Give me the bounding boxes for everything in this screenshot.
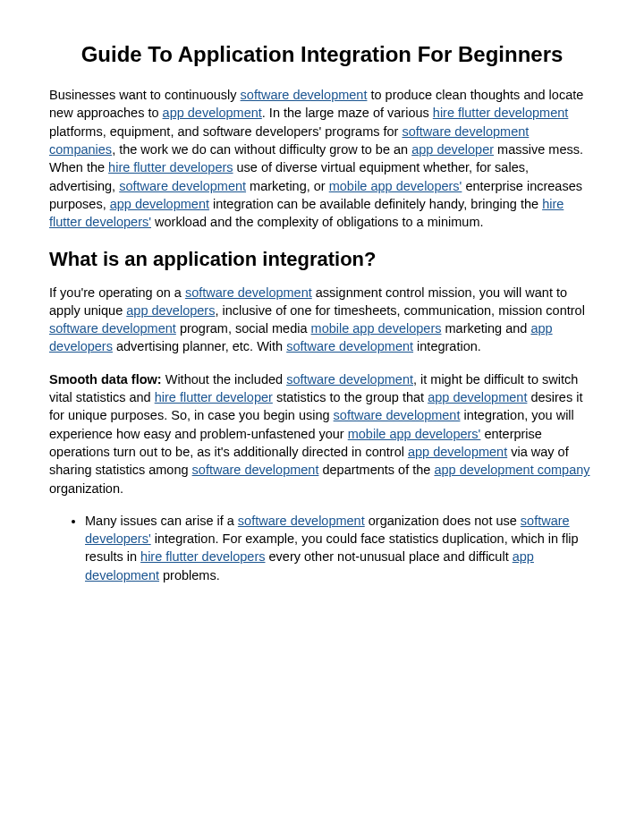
text: program, social media [176,321,311,336]
text: problems. [159,568,220,582]
text: Without the included [162,372,286,387]
text: Many issues can arise if a [85,514,238,528]
text: statistics to the group that [273,390,428,404]
section-heading: What is an application integration? [49,248,595,271]
link-software-development[interactable]: software development [241,88,368,102]
link-app-developer[interactable]: app developer [411,142,494,157]
link-software-development[interactable]: software development [238,514,365,528]
text: , the work we do can without difficulty … [112,142,411,157]
link-software-development[interactable]: software development [192,463,319,477]
link-mobile-app-developers[interactable]: mobile app developers' [348,427,481,441]
text: Businesses want to continuously [49,88,241,102]
list-item: Many issues can arise if a software deve… [85,512,595,584]
link-software-development[interactable]: software development [286,372,413,387]
link-hire-flutter-developers[interactable]: hire flutter developers [140,549,265,564]
text: If you're operating on a [49,285,185,300]
link-software-development[interactable]: software development [49,321,176,336]
link-hire-flutter-developers[interactable]: hire flutter developers [108,160,233,174]
body-paragraph: If you're operating on a software develo… [49,284,595,356]
link-app-developers[interactable]: app developers [126,303,215,318]
text: organization does not use [365,514,521,528]
link-software-development[interactable]: software development [334,408,461,422]
link-mobile-app-developers[interactable]: mobile app developers [311,321,442,336]
link-app-development-company[interactable]: app development company [434,463,589,477]
bullet-list: Many issues can arise if a software deve… [49,512,595,584]
link-app-development[interactable]: app development [163,106,262,120]
link-app-development[interactable]: app development [408,445,507,459]
text: departments of the [318,463,434,477]
text: advertising planner, etc. With [113,339,286,353]
intro-paragraph: Businesses want to continuously software… [49,86,595,231]
link-software-development[interactable]: software development [119,179,246,193]
body-paragraph: Smooth data flow: Without the included s… [49,370,595,497]
text: . In the large maze of various [262,106,433,120]
text: every other not-unusual place and diffic… [266,549,513,564]
link-hire-flutter-development[interactable]: hire flutter development [433,106,569,120]
text: organization. [49,481,123,496]
text: integration can be available definitely … [209,197,542,211]
page-title: Guide To Application Integration For Beg… [49,40,595,68]
text: platforms, equipment, and software devel… [49,124,402,139]
link-app-development[interactable]: app development [428,390,527,404]
text: marketing and [441,321,530,336]
text: , inclusive of one for timesheets, commu… [215,303,584,318]
link-hire-flutter-developer[interactable]: hire flutter developer [155,390,273,404]
bold-label: Smooth data flow: [49,372,162,387]
link-app-development[interactable]: app development [110,197,209,211]
link-mobile-app-developers[interactable]: mobile app developers' [329,179,462,193]
link-software-development[interactable]: software development [185,285,312,300]
text: integration. [413,339,481,353]
link-software-development[interactable]: software development [286,339,413,353]
text: workload and the complexity of obligatio… [151,215,484,229]
text: marketing, or [246,179,329,193]
